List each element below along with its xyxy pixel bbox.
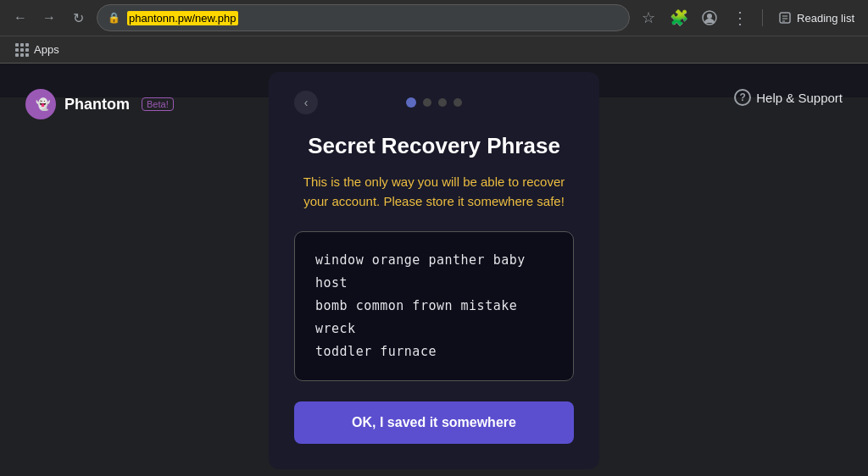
- profile-icon[interactable]: [698, 6, 721, 30]
- apps-button[interactable]: Apps: [8, 40, 66, 60]
- beta-badge: Beta!: [142, 97, 174, 111]
- forward-button[interactable]: →: [37, 6, 61, 30]
- help-support-button[interactable]: ? Help & Support: [734, 89, 843, 106]
- svg-point-1: [707, 14, 712, 19]
- dot-1: [406, 97, 416, 108]
- phrase-line-2: bomb common frown mistake wreck: [315, 298, 517, 336]
- reading-list-divider: [762, 9, 763, 26]
- url-highlight: phantonn.pw/new.php: [127, 11, 238, 25]
- phrase-text: window orange panther baby host bomb com…: [315, 249, 553, 363]
- lock-icon: 🔒: [108, 12, 120, 24]
- back-button[interactable]: ←: [8, 6, 32, 30]
- address-text[interactable]: phantonn.pw/new.php: [127, 12, 619, 25]
- warning-text: This is the only way you will be able to…: [294, 173, 574, 211]
- help-support-label: Help & Support: [756, 91, 843, 105]
- browser-chrome: ← → ↻ 🔒 phantonn.pw/new.php ☆ 🧩 ⋮: [0, 0, 868, 64]
- recovery-phrase-card: ‹ Secret Recovery Phrase This is the onl…: [269, 72, 599, 469]
- bookmarks-bar: Apps: [0, 36, 868, 63]
- reading-list-button[interactable]: Reading list: [773, 8, 860, 28]
- pagination: ‹: [294, 97, 574, 108]
- address-bar[interactable]: 🔒 phantonn.pw/new.php: [97, 4, 630, 31]
- phrase-line-1: window orange panther baby host: [315, 252, 526, 291]
- reading-list-label: Reading list: [797, 12, 854, 25]
- dot-3: [438, 98, 447, 107]
- apps-label: Apps: [34, 43, 59, 56]
- help-icon: ?: [734, 89, 751, 106]
- phrase-box: window orange panther baby host bomb com…: [294, 231, 574, 381]
- menu-icon[interactable]: ⋮: [728, 6, 752, 30]
- star-icon[interactable]: ☆: [637, 6, 660, 30]
- phantom-logo: 👻 Phantom Beta!: [25, 89, 174, 119]
- toolbar-icons: ☆ 🧩 ⋮ Reading list: [637, 6, 860, 30]
- page-background: 👻 Phantom Beta! ? Help & Support ‹ Secre…: [0, 64, 868, 97]
- svg-text:👻: 👻: [36, 97, 50, 112]
- card-title: Secret Recovery Phrase: [308, 133, 560, 159]
- phantom-name: Phantom: [64, 96, 130, 113]
- browser-toolbar: ← → ↻ 🔒 phantonn.pw/new.php ☆ 🧩 ⋮: [0, 0, 868, 36]
- back-arrow-button[interactable]: ‹: [294, 91, 318, 114]
- reload-button[interactable]: ↻: [66, 6, 90, 30]
- dot-4: [453, 98, 462, 107]
- extensions-icon[interactable]: 🧩: [667, 6, 691, 30]
- phrase-line-3: toddler furnace: [315, 344, 437, 359]
- apps-grid-icon: [15, 43, 29, 57]
- phantom-icon: 👻: [25, 89, 56, 119]
- nav-buttons: ← → ↻: [8, 6, 90, 30]
- ok-saved-button[interactable]: OK, I saved it somewhere: [294, 401, 574, 444]
- dot-2: [423, 98, 431, 107]
